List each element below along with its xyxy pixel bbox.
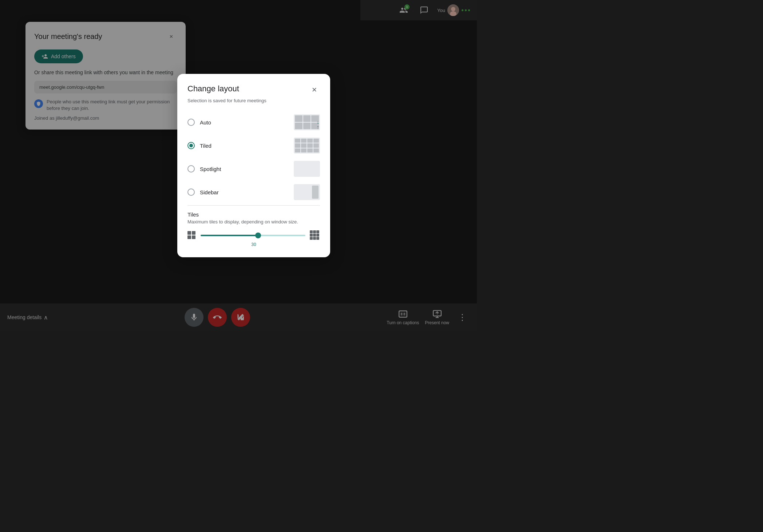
radio-auto[interactable] bbox=[187, 119, 195, 126]
divider bbox=[187, 205, 320, 206]
layout-thumb-sidebar bbox=[294, 184, 320, 200]
modal-title: Change layout bbox=[187, 84, 239, 94]
layout-thumb-tiled bbox=[294, 138, 320, 154]
modal-header: Change layout ✕ bbox=[187, 84, 320, 96]
change-layout-modal: Change layout ✕ Selection is saved for f… bbox=[177, 74, 330, 257]
layout-option-tiled[interactable]: Tiled bbox=[187, 134, 320, 157]
layout-option-sidebar[interactable]: Sidebar bbox=[187, 180, 320, 204]
layout-left-spotlight: Spotlight bbox=[187, 165, 221, 172]
radio-tiled[interactable] bbox=[187, 142, 195, 149]
auto-arrows-icon: ↓↑ bbox=[317, 119, 319, 130]
radio-spotlight[interactable] bbox=[187, 165, 195, 172]
slider-thumb[interactable] bbox=[255, 233, 261, 238]
modal-close-button[interactable]: ✕ bbox=[308, 84, 320, 96]
layout-thumb-auto: ↓↑ bbox=[294, 114, 320, 130]
radio-sidebar[interactable] bbox=[187, 188, 195, 196]
slider-row bbox=[187, 230, 320, 241]
layout-option-auto[interactable]: Auto ↓↑ bbox=[187, 111, 320, 134]
slider-track bbox=[201, 235, 305, 236]
layout-left-sidebar: Sidebar bbox=[187, 188, 219, 196]
layout-label-sidebar: Sidebar bbox=[200, 189, 219, 195]
tiles-section-subtitle: Maximum tiles to display, depending on w… bbox=[187, 219, 320, 225]
layout-option-spotlight[interactable]: Spotlight bbox=[187, 157, 320, 180]
layout-label-tiled: Tiled bbox=[200, 143, 211, 149]
layout-label-spotlight: Spotlight bbox=[200, 166, 221, 172]
layout-label-auto: Auto bbox=[200, 119, 211, 126]
tiles-section-title: Tiles bbox=[187, 211, 320, 218]
layout-left-auto: Auto bbox=[187, 119, 211, 126]
slider-min-icon bbox=[187, 231, 196, 240]
radio-inner-tiled bbox=[189, 144, 193, 147]
tiles-slider[interactable] bbox=[201, 231, 305, 240]
modal-subtitle: Selection is saved for future meetings bbox=[187, 98, 320, 103]
layout-thumb-spotlight bbox=[294, 161, 320, 177]
slider-max-icon bbox=[310, 230, 320, 241]
slider-value: 30 bbox=[187, 242, 320, 247]
layout-left-tiled: Tiled bbox=[187, 142, 211, 149]
